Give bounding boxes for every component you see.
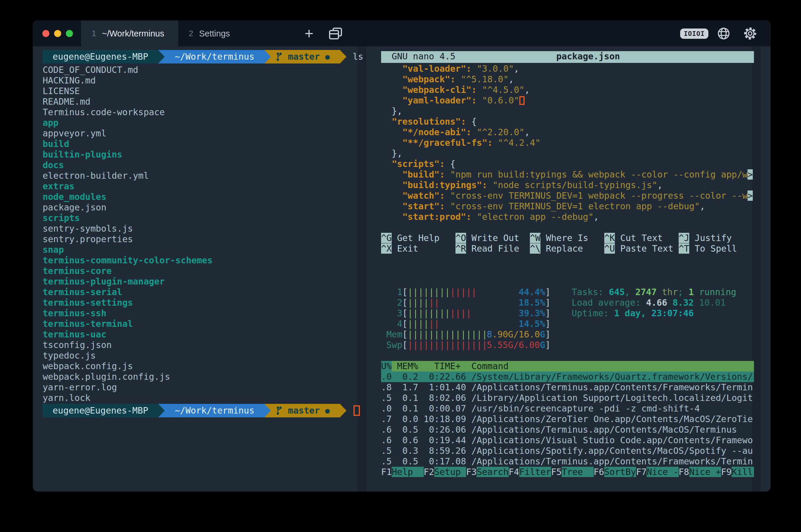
shortcut-label: Get Help (392, 233, 440, 243)
fnkey-number: F2 (424, 467, 434, 477)
meter-label: Swp (381, 340, 402, 350)
ls-directory-entry: terminus-core (43, 266, 379, 276)
nano-shortcut[interactable]: ^O Write Out (455, 233, 530, 243)
htop-info-line: Load average: 4.66 8.32 10.01 (572, 298, 736, 308)
htop-fnkey-f1[interactable]: F1Help (381, 467, 424, 477)
tab-title: Settings (199, 29, 230, 38)
nano-line: "*/node-abi": "^2.20.0", (381, 127, 754, 137)
powerline-arrow-icon (264, 404, 271, 417)
process-row[interactable]: .8 1.7 1:01.40 /Applications/Terminus.ap… (381, 382, 754, 393)
web-button[interactable] (710, 21, 737, 46)
shortcut-key: ^G (381, 233, 392, 243)
nano-line: "yaml-loader": "0.6.0" (381, 95, 754, 106)
meter-value: 39.3% (519, 308, 545, 319)
meter-bars: |||||||||||||||8.90G/16.0G (408, 329, 545, 340)
ls-file-entry: Terminus.code-workspace (43, 107, 379, 118)
htop-fnkey-f2[interactable]: F2Setup (424, 467, 466, 477)
nano-shortcut[interactable]: ^R Read File (455, 243, 530, 254)
meter-label: 1 (381, 287, 402, 298)
process-row[interactable]: .7 0.0 10:18.09 /Applications/ZeroTier O… (381, 414, 754, 424)
shortcut-label: Exit (392, 243, 418, 254)
fnkey-action: Search (477, 467, 508, 477)
new-tab-button[interactable]: + (296, 21, 322, 46)
split-windows-button[interactable] (322, 21, 349, 46)
ls-file-entry: LICENSE (43, 86, 379, 96)
tab-work-terminus[interactable]: 1 ~/Work/terminus (81, 21, 178, 46)
process-row[interactable]: .0 0.1 0:00.07 /usr/sbin/screencapture -… (381, 403, 754, 414)
shortcut-key: ^K (604, 233, 615, 243)
typed-command: ls (353, 52, 364, 62)
process-row[interactable]: .6 0.6 0:19.44 /Applications/Visual Stud… (381, 435, 754, 445)
settings-button[interactable] (737, 21, 763, 46)
git-branch-icon (276, 52, 283, 62)
close-window-button[interactable] (42, 30, 50, 37)
fnkey-action: Nice + (689, 467, 721, 477)
htop-fnkey-f4[interactable]: F4Filter (509, 467, 551, 477)
meter-bars: ||||||18.5% (408, 298, 545, 308)
line-continuation-marker: > (747, 190, 753, 201)
htop-fnkey-f6[interactable]: F6SortBy (594, 467, 636, 477)
meter-value: 14.5% (519, 319, 545, 329)
nano-shortcut[interactable]: ^K Cut Text (604, 233, 679, 243)
htop-fnkey-f8[interactable]: F8Nice + (679, 467, 721, 477)
ls-directory-entry: app (43, 118, 379, 128)
ls-directory-entry: scripts (43, 213, 379, 223)
nano-line: "build:typings": "node scripts/build-typ… (381, 180, 754, 190)
nano-filename: package.json (556, 51, 620, 62)
process-row[interactable]: .5 0.1 8:02.06 /Library/Application Supp… (381, 393, 754, 403)
memory-meter: Mem[|||||||||||||||8.90G/16.0G] (381, 329, 754, 340)
tab-settings[interactable]: 2 Settings (178, 21, 275, 46)
htop-fnkey-f9[interactable]: F9Kill (721, 467, 754, 477)
nano-shortcut-row: ^G Get Help^O Write Out^W Where Is^K Cut… (381, 233, 754, 243)
window-stack-icon (329, 27, 342, 39)
nano-shortcut[interactable]: ^\ Replace (530, 243, 604, 254)
nano-line: "build": "npm run build:typings && webpa… (381, 169, 754, 180)
plus-icon: + (305, 26, 314, 41)
sort-column-cpu[interactable]: U% (381, 361, 392, 372)
ls-file-entry: yarn-error.log (43, 382, 379, 393)
ls-directory-entry: terminus-plugin-manager (43, 276, 379, 287)
process-row-selected[interactable]: .0 0.2 0:22.66 /System/Library/Framework… (381, 372, 754, 382)
serial-port-icon: IOIOI (680, 28, 708, 39)
process-table-header[interactable]: U% MEM% TIME+ Command (381, 361, 754, 372)
shortcut-label: Write Out (466, 233, 519, 243)
nano-shortcut[interactable]: ^U Paste Text (604, 243, 679, 254)
htop-fnkey-f3[interactable]: F3Search (466, 467, 509, 477)
nano-shortcut[interactable]: ^W Where Is (530, 233, 604, 243)
right-terminal-pane[interactable]: GNU nano 4.5 package.json "val-loader": … (381, 51, 754, 477)
left-terminal-pane[interactable]: eugene@Eugenes-MBP ~/Work/terminus maste… (43, 50, 379, 419)
fnkey-number: F8 (679, 467, 689, 477)
nano-shortcut[interactable]: ^X Exit (381, 243, 455, 254)
nano-shortcut[interactable]: ^J Justify (679, 233, 753, 243)
htop-monitor: 1[|||||||||||||44.4%] 2[||||||18.5%] 3[|… (381, 287, 754, 477)
meter-label: 3 (381, 308, 402, 319)
ls-file-entry: appveyor.yml (43, 128, 379, 139)
shortcut-label: Replace (540, 243, 583, 254)
meter-value: 5.55G/6.00G (487, 340, 545, 350)
minimize-window-button[interactable] (54, 30, 61, 37)
ls-directory-entry: terminus-terminal (43, 319, 379, 329)
ls-directory-entry: docs (43, 160, 379, 170)
zoom-window-button[interactable] (66, 30, 73, 37)
htop-fnkey-f5[interactable]: F5Tree (551, 467, 594, 477)
nano-shortcut[interactable]: ^G Get Help (381, 233, 455, 243)
meter-bars: |||||||||||||44.4% (408, 287, 545, 298)
powerline-arrow-icon (340, 404, 347, 417)
fnkey-action: SortBy (604, 467, 636, 477)
header-columns: MEM% TIME+ Command (392, 361, 508, 372)
fnkey-action: Tree (562, 467, 593, 477)
ls-directory-entry: builtin-plugins (43, 149, 379, 160)
git-dirty-dot-icon: ● (325, 405, 330, 416)
nano-line: }, (381, 148, 754, 159)
htop-fnkey-f7[interactable]: F7Nice - (636, 467, 679, 477)
process-row[interactable]: .5 0.3 8:59.26 /Applications/Spotify.app… (381, 445, 754, 456)
process-row[interactable]: .6 0.5 0:26.06 /Applications/Terminus.ap… (381, 424, 754, 435)
nano-shortcut[interactable]: ^T To Spell (679, 243, 753, 254)
ls-file-entry: package.json (43, 202, 379, 213)
ls-file-entry: typedoc.js (43, 350, 379, 361)
process-row[interactable]: .5 0.5 0:17.08 /Applications/Terminus.ap… (381, 456, 754, 467)
serial-ports-button[interactable]: IOIOI (678, 21, 710, 46)
ls-file-entry: sentry-symbols.js (43, 223, 379, 234)
meter-bars: |||||||||||||||5.55G/6.00G (408, 340, 545, 350)
nano-cursor (519, 96, 525, 105)
